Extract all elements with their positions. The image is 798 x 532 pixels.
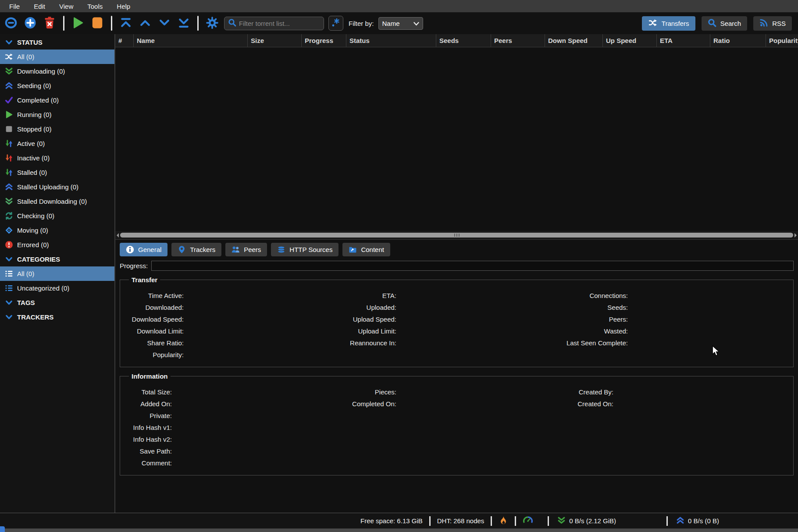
speed-limits-icon[interactable] — [523, 516, 533, 526]
wasted-label: Wasted: — [505, 325, 628, 337]
scroll-right-arrow[interactable] — [794, 233, 797, 238]
statusbar-separator — [491, 516, 492, 526]
column-header-popularity[interactable]: Popularity — [766, 34, 798, 47]
torrent-list-panel: # Name Size Progress Status Seeds Peers … — [115, 34, 798, 513]
tab-trackers[interactable]: Trackers — [171, 243, 221, 256]
square-icon — [5, 125, 13, 133]
seeds-label: Seeds: — [505, 301, 628, 313]
sidebar-item-stopped[interactable]: Stopped (0) — [0, 122, 114, 136]
column-header-number[interactable]: # — [115, 34, 134, 47]
options-button[interactable] — [205, 15, 220, 31]
column-header-down-speed[interactable]: Down Speed — [545, 34, 603, 47]
column-header-peers[interactable]: Peers — [491, 34, 545, 47]
column-header-seeds[interactable]: Seeds — [436, 34, 491, 47]
save-path-label: Save Path: — [124, 445, 172, 457]
filter-by-select[interactable]: Name — [378, 17, 423, 30]
statusbar-separator — [666, 516, 668, 526]
download-speed-widget[interactable]: 0 B/s (2.12 GiB) — [557, 516, 616, 526]
stop-button[interactable] — [90, 15, 105, 31]
private-label: Private: — [124, 410, 172, 422]
search-label: Search — [720, 20, 741, 27]
move-down-button[interactable] — [157, 15, 172, 31]
tab-general[interactable]: General — [120, 243, 167, 256]
sidebar-item-completed[interactable]: Completed (0) — [0, 93, 114, 107]
shuffle-icon — [5, 53, 13, 61]
properties-tabs: General Trackers Peers HTTP Sources — [115, 243, 798, 256]
sidebar-item-active[interactable]: Active (0) — [0, 136, 114, 151]
sidebar-category-all[interactable]: All (0) — [0, 266, 114, 281]
sidebar-item-inactive[interactable]: Inactive (0) — [0, 151, 114, 165]
sidebar-item-downloading[interactable]: Downloading (0) — [0, 64, 114, 78]
scroll-left-arrow[interactable] — [117, 233, 119, 238]
dht-nodes-text: DHT: 268 nodes — [437, 517, 484, 525]
tab-label: General — [138, 246, 161, 253]
rss-label: RSS — [772, 20, 786, 27]
total-size-label: Total Size: — [124, 386, 172, 398]
add-torrent-file-button[interactable] — [23, 15, 38, 31]
column-header-progress[interactable]: Progress — [302, 34, 346, 47]
column-header-size[interactable]: Size — [248, 34, 302, 47]
sidebar-item-running[interactable]: Running (0) — [0, 107, 114, 122]
menu-tools[interactable]: Tools — [81, 1, 109, 12]
regex-filter-button[interactable] — [328, 16, 343, 31]
tab-content[interactable]: Content — [342, 243, 390, 256]
torrent-table-body[interactable] — [115, 47, 798, 231]
upload-speed-text: 0 B/s (0 B) — [688, 517, 719, 525]
tab-label: Trackers — [190, 246, 215, 253]
menu-file[interactable]: File — [3, 1, 26, 12]
sidebar-item-stalled[interactable]: Stalled (0) — [0, 165, 114, 180]
torrent-filter-box[interactable] — [224, 17, 324, 30]
move-up-button[interactable] — [138, 15, 153, 31]
search-icon — [708, 18, 716, 28]
reannounce-in-label: Reannounce In: — [287, 337, 396, 349]
sidebar-category-uncategorized[interactable]: Uncategorized (0) — [0, 281, 114, 295]
error-icon — [5, 241, 13, 249]
upload-speed-widget[interactable]: 0 B/s (0 B) — [676, 516, 719, 526]
transfers-view-button[interactable]: Transfers — [642, 16, 695, 31]
sidebar-item-moving[interactable]: Moving (0) — [0, 223, 114, 238]
rss-view-button[interactable]: RSS — [753, 16, 792, 31]
sidebar-item-label: Errored (0) — [17, 241, 49, 248]
menu-view[interactable]: View — [53, 1, 80, 12]
sidebar-item-all[interactable]: All (0) — [0, 50, 114, 64]
move-down-icon — [158, 16, 171, 31]
status-section-header[interactable]: STATUS — [0, 35, 114, 50]
sidebar-item-label: Stalled Uploading (0) — [17, 183, 78, 191]
chevrons-double-up-icon — [676, 516, 684, 526]
pieces-label: Pieces: — [287, 386, 396, 398]
chevron-down-icon — [5, 313, 13, 321]
categories-section-header[interactable]: CATEGORIES — [0, 252, 114, 266]
column-header-eta[interactable]: ETA — [657, 34, 710, 47]
sidebar-item-stalled-uploading[interactable]: Stalled Uploading (0) — [0, 180, 114, 194]
column-header-ratio[interactable]: Ratio — [710, 34, 766, 47]
column-header-name[interactable]: Name — [134, 34, 248, 47]
column-header-up-speed[interactable]: Up Speed — [603, 34, 657, 47]
delete-torrent-button[interactable] — [42, 15, 57, 31]
rss-icon — [759, 18, 768, 28]
sidebar-item-seeding[interactable]: Seeding (0) — [0, 78, 114, 93]
filter-torrent-input[interactable] — [239, 20, 320, 27]
menu-edit[interactable]: Edit — [27, 1, 52, 12]
add-torrent-link-button[interactable] — [4, 15, 18, 31]
resume-button[interactable] — [71, 15, 86, 31]
sidebar-item-stalled-downloading[interactable]: Stalled Downloading (0) — [0, 194, 114, 209]
horizontal-scrollbar[interactable] — [115, 231, 798, 239]
toolbar-separator — [63, 16, 64, 31]
sidebar-item-errored[interactable]: Errored (0) — [0, 238, 114, 252]
information-values-col2 — [396, 386, 505, 469]
tab-http-sources[interactable]: HTTP Sources — [271, 243, 338, 256]
menu-help[interactable]: Help — [110, 1, 137, 12]
tags-section-header[interactable]: TAGS — [0, 295, 114, 310]
trackers-section-header[interactable]: TRACKERS — [0, 310, 114, 324]
list-icon — [5, 284, 13, 292]
connection-status-icon[interactable] — [499, 516, 508, 526]
move-to-bottom-button[interactable] — [176, 15, 191, 31]
search-view-button[interactable]: Search — [702, 16, 748, 31]
sidebar-item-checking[interactable]: Checking (0) — [0, 209, 114, 223]
column-header-status[interactable]: Status — [346, 34, 436, 47]
transfer-values-col3 — [628, 290, 790, 361]
scrollbar-thumb[interactable] — [120, 233, 793, 238]
tab-label: HTTP Sources — [289, 246, 332, 253]
move-to-top-button[interactable] — [118, 15, 133, 31]
tab-peers[interactable]: Peers — [225, 243, 267, 256]
